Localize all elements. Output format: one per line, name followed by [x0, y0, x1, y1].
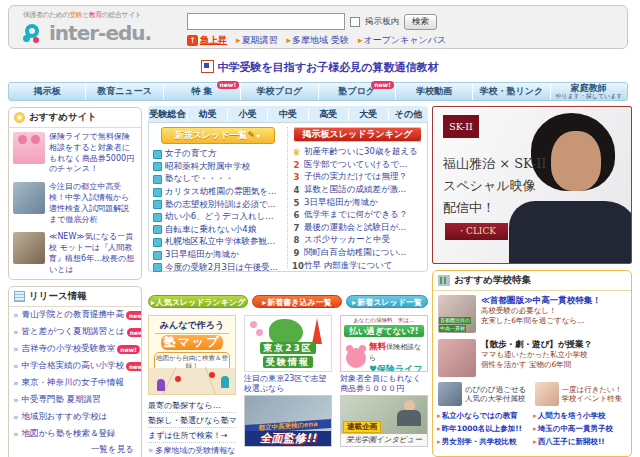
thread-item[interactable]: 今度の受験2月3日は午後受...	[153, 261, 283, 274]
nav-special[interactable]: 特 集new!	[163, 83, 240, 100]
tokyo23-caption[interactable]: 注目の東京23区で志望校選ぶなら	[244, 372, 332, 394]
feature-mini-item[interactable]: 一度は行きたい！学校イベント特集	[535, 382, 627, 406]
release-item[interactable]: 中受専門塾 夏期講習	[9, 392, 141, 409]
category-tabs: 受験総合 幼受 小受 中受 高受 大受 その他	[148, 106, 428, 122]
tab-junior-high[interactable]: 中受	[267, 108, 307, 121]
recommended-item[interactable]: 保険ライフで無料保険相談をすると対象者にもれなく商品券5000円のチャンス！	[9, 128, 141, 178]
trending-link[interactable]: 急上昇	[200, 34, 227, 47]
feature-link[interactable]: 男女別学・共学校比較	[437, 437, 531, 447]
jukumap-ad[interactable]: みんなで作ろう 塾マップ 地図から自由に検索＆登録！	[148, 315, 236, 395]
ranking-item[interactable]: 53日早稲田か海城か	[292, 196, 423, 209]
feature-link[interactable]: 私立小ならではの教育	[437, 411, 531, 421]
ranking-item[interactable]: ♛初産年齢ついに30歳を超える	[292, 146, 423, 159]
feature-link[interactable]: 昨年1000名以上参加!!	[437, 424, 531, 434]
ranking-item[interactable]: 7最後の運動会と試験日が...	[292, 222, 423, 235]
new-badge: new!	[126, 311, 142, 320]
hoken-caption[interactable]: 対象者全員にもれなく商品券５０００円	[340, 372, 428, 394]
ranking-item[interactable]: 10竹早 内部進学について	[292, 259, 423, 272]
ad-col-tokyo23: 東京23区 受験情報 注目の東京23区で志望校選ぶなら 都立中高受検のena 全…	[244, 315, 332, 457]
body-graphic	[509, 201, 632, 264]
logo[interactable]: inter-edu.	[23, 21, 187, 45]
board-only-label: 掲示板内	[365, 16, 399, 28]
quick-link-opencampus[interactable]: オープンキャンパス	[358, 34, 446, 47]
tab-kindergarten[interactable]: 幼受	[187, 108, 227, 121]
nav-news[interactable]: 教育ニュース	[85, 83, 162, 100]
tab-elementary[interactable]: 小受	[227, 108, 267, 121]
logo-block[interactable]: 保護者のための受験と教育の総合サイト inter-edu.	[9, 6, 187, 48]
tab-other[interactable]: その他	[388, 108, 428, 121]
popular-ranking-button[interactable]: 人気スレッドランキング	[148, 295, 248, 308]
thread-buttons: 人気スレッドランキング 新着書き込み一覧 新着スレッド一覧	[148, 295, 428, 308]
bear-mascot-icon	[346, 348, 366, 368]
map-pin-icon	[175, 376, 181, 382]
release-item[interactable]: 地域別おすすめ学校は	[9, 409, 141, 426]
ranking-item[interactable]: 2医学部でついていけるで...	[292, 159, 423, 172]
feature-link[interactable]: 埼玉の中高一貫男子校	[533, 424, 627, 434]
new-badge: new!	[217, 81, 240, 89]
quick-link-summer[interactable]: 夏期講習	[236, 34, 278, 47]
top-text-ad-link[interactable]: 中学受験を目指すお子様必見の算数通信教材	[217, 61, 438, 74]
nav-school-video[interactable]: 学校動画	[395, 83, 472, 100]
recommended-item[interactable]: ≪NEW≫気になる一貫校 モットーは『人間教育』構想6年…校長の想いとは	[9, 228, 141, 278]
nav-board[interactable]: 掲示板	[9, 83, 85, 100]
ranking-item[interactable]: 3子供の実力だけでは無理？	[292, 171, 423, 184]
search-button[interactable]: 検索	[404, 14, 437, 30]
thread-item[interactable]: 塾の志望校別特訓は必須で...	[153, 198, 283, 211]
ena-ad[interactable]: 都立中高受検のena 全面監修!!	[244, 395, 332, 447]
rank-number: 4	[292, 185, 301, 195]
release-item[interactable]: 東京・神奈川の女子中情報	[9, 375, 141, 392]
new-thread-list: 新規スレッド一覧✎★ 女子の育て方 昭和薬科大附属中学校 塾なしで・・・・ カリ…	[149, 127, 288, 268]
release-item[interactable]: 中学合格実績の高い小学校new!	[9, 358, 141, 375]
juku-link[interactable]: 塾探し・塾選びなら塾マップ！	[148, 413, 236, 428]
tab-exam-general[interactable]: 受験総合	[148, 108, 187, 121]
new-posts-button[interactable]: 新着書き込み一覧	[252, 295, 342, 308]
thread-item[interactable]: 札幌地区私立中学体験参観...	[153, 236, 283, 249]
thread-item[interactable]: カリタス幼稚園の雰囲気を...	[153, 186, 283, 199]
thread-item[interactable]: 塾なしで・・・・	[153, 173, 283, 186]
skii-banner-ad[interactable]: SK-II 福山雅治 × SK-II スペシャル映像 配信中！ ・CLICK	[432, 106, 632, 264]
ranking-item[interactable]: 4算数と国語の成績差が激...	[292, 184, 423, 197]
search-input[interactable]	[187, 13, 345, 30]
tokyo23-ad[interactable]: 東京23区 受験情報	[244, 315, 332, 372]
feature-mini-item[interactable]: のびのび過ごせる人気の大学付属校	[438, 382, 530, 406]
release-item[interactable]: 青山学院との教育提携中高new!	[9, 307, 141, 324]
juku-link[interactable]: まずは住所で検索！→	[148, 428, 236, 443]
tama-info-link[interactable]: 多摩地域の受験情報なら	[148, 443, 236, 457]
quick-link-tama[interactable]: 多摩地域 受験	[287, 34, 349, 47]
inter-edu-logo-icon	[23, 22, 47, 44]
note-icon	[14, 291, 25, 302]
new-threads-button[interactable]: 新着スレッド一覧	[346, 295, 428, 308]
tab-university[interactable]: 大受	[348, 108, 388, 121]
thread-item[interactable]: 女子の育て方	[153, 148, 283, 161]
feature-item[interactable]: 【散歩・劇・遊び】が授業？ ママも通いたかった私立小学校 個性を活かす 宝物の6…	[433, 335, 631, 379]
release-more[interactable]: 一覧を見る	[9, 443, 141, 457]
release-item[interactable]: 地図から塾を検索＆登録	[9, 426, 141, 443]
feature-link[interactable]: 西八王子に新開校!!	[533, 437, 627, 447]
thread-item[interactable]: 自転車に乗れない小4娘	[153, 224, 283, 237]
release-item[interactable]: 吉祥寺の小学校受験教室new!	[9, 341, 141, 358]
release-item[interactable]: 皆と差がつく夏期講習とはnew!	[9, 324, 141, 341]
person-photo-graphic	[397, 410, 421, 426]
thread-item[interactable]: 3日早稲田か海城か	[153, 249, 283, 262]
nav-school-links[interactable]: 学校・塾リンク	[472, 83, 549, 100]
ranking-ribbon: 掲示板スレッドランキング	[294, 127, 421, 142]
nav-school-blog[interactable]: 学校ブログ	[240, 83, 317, 100]
hoken-life-ad[interactable]: あなたの保険料、実は… 払い過ぎてない?! 無料保険相談なら ♥保険ライフ	[340, 315, 428, 372]
feature-item[interactable]: 首都圏注目の 中高一貫校 ≪首都圏版≫中高一貫校特集！ 高校受験の必要なし！ 充…	[433, 291, 631, 335]
flower-icon	[250, 321, 257, 328]
ranking-item[interactable]: 9関町白百合幼稚園につい...	[292, 247, 423, 260]
feature-link[interactable]: 人間力を培う小学校	[533, 411, 627, 421]
juku-link[interactable]: 最寄の塾探すなら…	[148, 398, 236, 413]
tab-high-school[interactable]: 高受	[308, 108, 348, 121]
recommended-item[interactable]: 今注目の都立中高受検！中学入試情報から適性検査入試問題解説まで徹底分析	[9, 178, 141, 228]
ranking-item[interactable]: 6低学年までに何ができる？	[292, 209, 423, 222]
ranking-item[interactable]: 8スポ少サッカーと中受	[292, 234, 423, 247]
skii-click-button[interactable]: ・CLICK	[445, 223, 508, 240]
nav-juku-blog[interactable]: 塾ブログnew!	[318, 83, 395, 100]
nav-tutor[interactable]: 家庭教師やります・探しています	[550, 83, 627, 100]
board-only-checkbox[interactable]	[350, 17, 360, 27]
eiko-gakuen-ad[interactable]: 連載企画 栄光学園インタビュー	[340, 395, 428, 447]
thread-item[interactable]: 幼い小6、どうデコ入れし...	[153, 211, 283, 224]
thread-item[interactable]: 昭和薬科大附属中学校	[153, 161, 283, 174]
main-nav: 掲示板 教育ニュース 特 集new! 学校ブログ 塾ブログnew! 学校動画 学…	[8, 82, 628, 101]
